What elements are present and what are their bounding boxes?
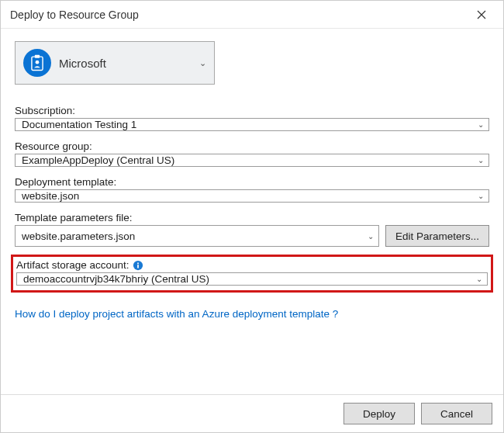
resource-group-field: Resource group: ExampleAppDeploy (Centra… [15,140,489,167]
window-title: Deploy to Resource Group [10,9,466,21]
artifact-storage-label-text: Artifact storage account: [16,259,129,271]
template-params-field: Template parameters file: website.parame… [15,212,489,247]
subscription-label: Subscription: [15,105,489,116]
svg-rect-5 [137,262,139,264]
subscription-value: Documentation Testing 1 [22,119,136,130]
resource-group-label: Resource group: [15,140,489,152]
chevron-down-icon: ⌄ [368,232,374,241]
template-params-select[interactable]: website.parameters.json ⌄ [15,225,379,247]
svg-point-2 [36,61,40,64]
deployment-template-select[interactable]: website.json ⌄ [15,189,489,203]
deploy-dialog: Deploy to Resource Group Microsoft ⌄ Sub… [0,0,504,433]
chevron-down-icon: ⌄ [199,58,206,68]
cancel-button[interactable]: Cancel [421,403,492,424]
svg-rect-4 [137,265,139,268]
subscription-select[interactable]: Documentation Testing 1 ⌄ [15,118,489,131]
resource-group-select[interactable]: ExampleAppDeploy (Central US) ⌄ [15,154,489,167]
chevron-down-icon: ⌄ [476,275,482,283]
info-icon [133,260,143,271]
template-params-label: Template parameters file: [15,212,489,223]
deployment-template-value: website.json [22,190,79,202]
chevron-down-icon: ⌄ [478,156,484,165]
svg-rect-1 [35,55,40,58]
deployment-template-field: Deployment template: website.json ⌄ [15,176,489,203]
chevron-down-icon: ⌄ [478,120,484,129]
chevron-down-icon: ⌄ [478,192,484,200]
template-params-value: website.parameters.json [22,230,135,242]
dialog-content: Microsoft ⌄ Subscription: Documentation … [1,29,503,394]
artifact-storage-select[interactable]: demoaccountrvjb34k7bhriy (Central US) ⌄ [16,272,488,286]
close-icon [477,10,486,19]
artifact-storage-value: demoaccountrvjb34k7bhriy (Central US) [23,273,209,285]
edit-parameters-button[interactable]: Edit Parameters... [385,225,489,247]
artifact-storage-label: Artifact storage account: [16,259,488,271]
account-picker[interactable]: Microsoft ⌄ [15,41,215,85]
badge-icon [29,54,45,71]
artifact-storage-highlight: Artifact storage account: demoaccountrvj… [11,255,493,293]
dialog-footer: Deploy Cancel [1,394,503,432]
close-button[interactable] [466,3,497,26]
artifact-storage-field: Artifact storage account: demoaccountrvj… [16,259,488,286]
help-link[interactable]: How do I deploy project artifacts with a… [15,308,489,320]
deploy-button[interactable]: Deploy [343,403,415,424]
resource-group-value: ExampleAppDeploy (Central US) [22,154,174,166]
account-avatar [23,49,51,77]
titlebar: Deploy to Resource Group [1,1,503,29]
account-name: Microsoft [59,57,106,70]
deployment-template-label: Deployment template: [15,176,489,188]
subscription-field: Subscription: Documentation Testing 1 ⌄ [15,105,489,131]
